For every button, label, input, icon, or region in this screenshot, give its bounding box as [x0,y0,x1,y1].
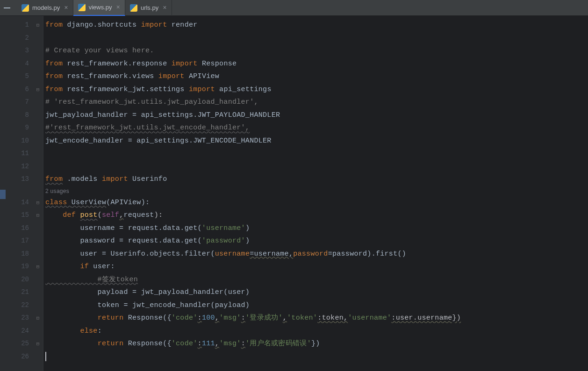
python-file-icon [22,4,29,12]
tab-label: models.py [32,4,60,11]
line-number-gutter[interactable]: 1234567891011121314151617181920212223242… [11,16,33,371]
left-gutter-strip [0,16,11,371]
editor-tab-bar: models.py × views.py × urls.py × [0,0,588,16]
tab-urls[interactable]: urls.py × [125,0,172,16]
tab-label: urls.py [141,4,158,11]
tab-label: views.py [89,4,112,11]
usages-hint[interactable]: 2 usages [45,186,588,196]
close-icon[interactable]: × [115,4,120,11]
tab-views[interactable]: views.py × [73,0,125,16]
close-icon[interactable]: × [63,4,68,12]
tab-models[interactable]: models.py × [17,0,73,16]
code-editor[interactable]: from django.shortcuts import render # Cr… [43,16,588,371]
fold-column[interactable]: ⊟⊟⊟⊟⊟⊟⊟ [33,16,43,371]
editor-pane: 1234567891011121314151617181920212223242… [0,16,588,371]
text-cursor [45,352,46,361]
python-file-icon [78,4,86,11]
minimize-icon[interactable] [4,7,10,8]
close-icon[interactable]: × [162,4,166,12]
python-file-icon [130,4,137,12]
breakpoint-indicator[interactable] [0,190,6,199]
